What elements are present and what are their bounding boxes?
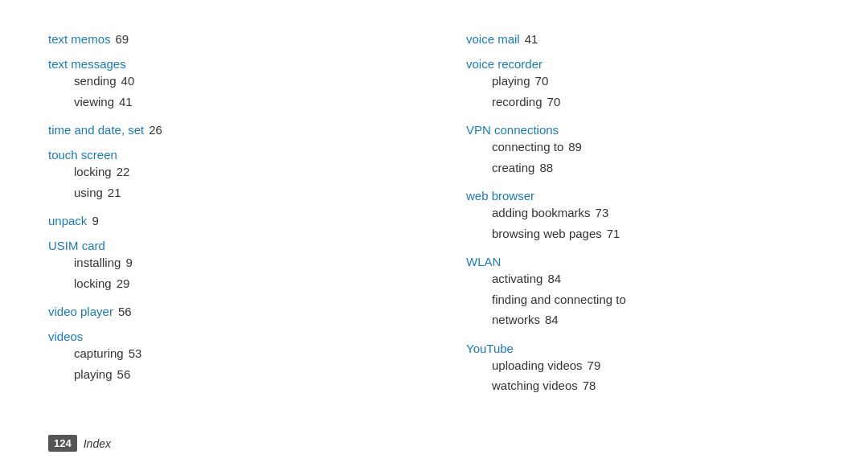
term-unpack: unpack [48,214,87,227]
sub-youtube-watching: watching videos78 [466,375,820,396]
sub-web-browser-bookmarks: adding bookmarks73 [466,203,820,223]
index-content: text memos69 text messages sending40 vie… [48,32,820,404]
page-voice-mail: 41 [525,32,538,46]
term-youtube: YouTube [466,342,514,355]
page-container: text memos69 text messages sending40 vie… [0,0,868,471]
entry-voice-mail: voice mail41 [466,32,820,46]
footer-label: Index [84,437,111,450]
sub-wlan-activating: activating84 [466,268,820,289]
term-wlan: WLAN [466,255,501,268]
page-unpack: 9 [92,214,98,227]
entry-usim-card: USIM card installing9 locking29 [48,239,402,293]
sub-touch-screen-using: using21 [48,182,402,203]
sub-usim-installing: installing9 [48,252,402,273]
entry-voice-recorder: voice recorder playing70 recording70 [466,57,820,112]
sub-videos-capturing: capturing53 [48,343,402,364]
sub-youtube-uploading: uploading videos79 [466,355,820,376]
term-videos: videos [48,330,83,343]
entry-unpack: unpack9 [48,214,402,227]
sub-text-messages-viewing: viewing41 [48,92,402,113]
footer: 124 Index [48,435,111,452]
entry-time-and-date: time and date, set26 [48,123,402,137]
term-usim-card: USIM card [48,239,105,252]
entry-web-browser: web browser adding bookmarks73 browsing … [466,189,820,244]
sub-wlan-networks: networks84 [466,309,820,330]
entry-text-memos: text memos69 [48,32,402,46]
sub-videos-playing: playing56 [48,364,402,385]
page-text-memos: 69 [116,32,129,46]
entry-text-messages: text messages sending40 viewing41 [48,57,402,112]
term-touch-screen: touch screen [48,148,117,162]
sub-voice-recorder-playing: playing70 [466,71,820,92]
left-column: text memos69 text messages sending40 vie… [48,32,402,404]
entry-videos: videos capturing53 playing56 [48,330,402,384]
term-voice-recorder: voice recorder [466,57,542,71]
term-video-player: video player [48,305,113,318]
sub-vpn-creating: creating88 [466,158,820,178]
sub-usim-locking: locking29 [48,273,402,294]
term-time-and-date: time and date, set [48,123,144,137]
footer-page-number: 124 [48,435,77,452]
sub-vpn-connecting-to: connecting to89 [466,137,820,158]
entry-wlan: WLAN activating84 finding and connecting… [466,255,820,330]
sub-text-messages-sending: sending40 [48,71,402,92]
term-vpn-connections: VPN connections [466,123,559,137]
page-time-and-date: 26 [149,123,162,137]
entry-youtube: YouTube uploading videos79 watching vide… [466,342,820,396]
sub-touch-screen-locking: locking22 [48,162,402,182]
term-web-browser: web browser [466,189,534,203]
entry-vpn-connections: VPN connections connecting to89 creating… [466,123,820,178]
right-column: voice mail41 voice recorder playing70 re… [466,32,820,404]
term-text-memos: text memos [48,32,111,46]
term-text-messages: text messages [48,57,126,71]
page-video-player: 56 [118,305,132,318]
term-voice-mail: voice mail [466,32,520,46]
entry-video-player: video player56 [48,305,402,318]
sub-web-browser-browsing: browsing web pages71 [466,223,820,244]
sub-wlan-finding: finding and connecting to [466,289,820,310]
sub-voice-recorder-recording: recording70 [466,92,820,113]
entry-touch-screen: touch screen locking22 using21 [48,148,402,203]
